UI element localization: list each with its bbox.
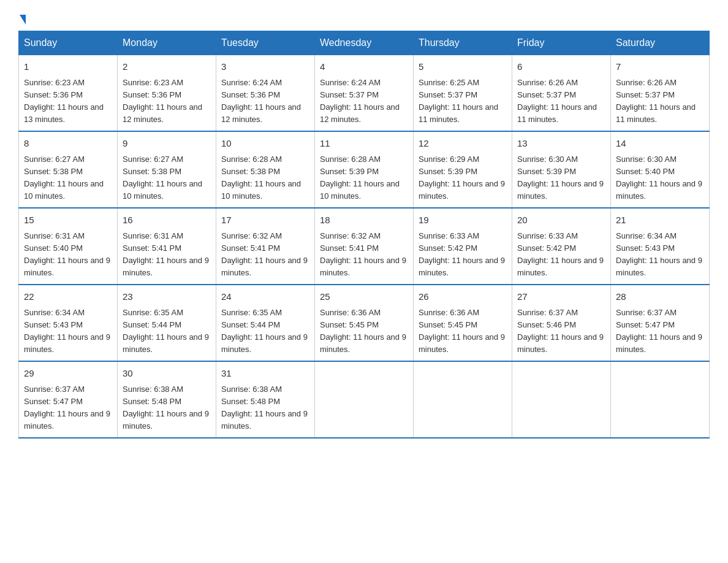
day-info: Sunrise: 6:35 AMSunset: 5:44 PMDaylight:… (123, 308, 209, 354)
calendar-cell: 4 Sunrise: 6:24 AMSunset: 5:37 PMDayligh… (315, 55, 414, 132)
calendar-cell: 29 Sunrise: 6:37 AMSunset: 5:47 PMDaylig… (19, 361, 118, 438)
calendar-cell: 3 Sunrise: 6:24 AMSunset: 5:36 PMDayligh… (216, 55, 315, 132)
day-number: 7 (616, 60, 704, 74)
day-number: 21 (616, 213, 704, 228)
calendar-cell: 31 Sunrise: 6:38 AMSunset: 5:48 PMDaylig… (216, 361, 315, 438)
calendar-cell: 6 Sunrise: 6:26 AMSunset: 5:37 PMDayligh… (512, 55, 611, 132)
day-number: 24 (221, 290, 309, 304)
day-info: Sunrise: 6:33 AMSunset: 5:42 PMDaylight:… (517, 231, 604, 277)
day-number: 18 (320, 213, 408, 228)
day-info: Sunrise: 6:27 AMSunset: 5:38 PMDaylight:… (123, 155, 202, 201)
day-number: 2 (123, 60, 211, 74)
calendar-cell: 30 Sunrise: 6:38 AMSunset: 5:48 PMDaylig… (118, 361, 216, 438)
calendar-cell: 15 Sunrise: 6:31 AMSunset: 5:40 PMDaylig… (19, 208, 118, 285)
day-number: 31 (221, 367, 309, 381)
calendar-week-row: 15 Sunrise: 6:31 AMSunset: 5:40 PMDaylig… (19, 208, 710, 285)
day-info: Sunrise: 6:37 AMSunset: 5:46 PMDaylight:… (517, 308, 604, 354)
calendar-cell: 28 Sunrise: 6:37 AMSunset: 5:47 PMDaylig… (611, 285, 710, 361)
calendar-cell: 26 Sunrise: 6:36 AMSunset: 5:45 PMDaylig… (414, 285, 512, 361)
column-header-monday: Monday (118, 31, 216, 55)
day-info: Sunrise: 6:37 AMSunset: 5:47 PMDaylight:… (24, 385, 110, 431)
day-info: Sunrise: 6:26 AMSunset: 5:37 PMDaylight:… (517, 78, 597, 124)
calendar-cell: 24 Sunrise: 6:35 AMSunset: 5:44 PMDaylig… (216, 285, 315, 361)
calendar-week-row: 1 Sunrise: 6:23 AMSunset: 5:36 PMDayligh… (19, 55, 710, 132)
day-number: 22 (24, 290, 112, 304)
day-info: Sunrise: 6:24 AMSunset: 5:36 PMDaylight:… (221, 78, 301, 124)
calendar-cell (611, 361, 710, 438)
logo-triangle-icon (20, 15, 26, 25)
day-info: Sunrise: 6:35 AMSunset: 5:44 PMDaylight:… (221, 308, 308, 354)
day-number: 23 (123, 290, 211, 304)
day-number: 17 (221, 213, 309, 228)
calendar-cell (512, 361, 611, 438)
day-info: Sunrise: 6:37 AMSunset: 5:47 PMDaylight:… (616, 308, 702, 354)
day-info: Sunrise: 6:38 AMSunset: 5:48 PMDaylight:… (221, 385, 308, 431)
calendar-cell: 1 Sunrise: 6:23 AMSunset: 5:36 PMDayligh… (19, 55, 118, 132)
day-number: 28 (616, 290, 704, 304)
column-header-thursday: Thursday (414, 31, 512, 55)
calendar-cell: 17 Sunrise: 6:32 AMSunset: 5:41 PMDaylig… (216, 208, 315, 285)
column-header-saturday: Saturday (611, 31, 710, 55)
calendar-cell (414, 361, 512, 438)
calendar-cell: 5 Sunrise: 6:25 AMSunset: 5:37 PMDayligh… (414, 55, 512, 132)
column-header-tuesday: Tuesday (216, 31, 315, 55)
day-number: 12 (419, 137, 507, 151)
day-info: Sunrise: 6:25 AMSunset: 5:37 PMDaylight:… (419, 78, 498, 124)
day-number: 13 (517, 137, 605, 151)
column-header-friday: Friday (512, 31, 611, 55)
day-number: 8 (24, 137, 112, 151)
day-number: 15 (24, 213, 112, 228)
calendar-cell: 27 Sunrise: 6:37 AMSunset: 5:46 PMDaylig… (512, 285, 611, 361)
day-info: Sunrise: 6:24 AMSunset: 5:37 PMDaylight:… (320, 78, 400, 124)
logo (18, 12, 26, 25)
calendar-cell: 18 Sunrise: 6:32 AMSunset: 5:41 PMDaylig… (315, 208, 414, 285)
calendar-table: SundayMondayTuesdayWednesdayThursdayFrid… (18, 31, 710, 439)
day-number: 20 (517, 213, 605, 228)
day-number: 4 (320, 60, 408, 74)
calendar-cell: 16 Sunrise: 6:31 AMSunset: 5:41 PMDaylig… (118, 208, 216, 285)
day-number: 30 (123, 367, 211, 381)
day-info: Sunrise: 6:38 AMSunset: 5:48 PMDaylight:… (123, 385, 209, 431)
day-info: Sunrise: 6:36 AMSunset: 5:45 PMDaylight:… (419, 308, 505, 354)
day-number: 3 (221, 60, 309, 74)
day-number: 27 (517, 290, 605, 304)
day-number: 16 (123, 213, 211, 228)
day-info: Sunrise: 6:34 AMSunset: 5:43 PMDaylight:… (24, 308, 110, 354)
calendar-week-row: 8 Sunrise: 6:27 AMSunset: 5:38 PMDayligh… (19, 131, 710, 208)
calendar-cell: 7 Sunrise: 6:26 AMSunset: 5:37 PMDayligh… (611, 55, 710, 132)
day-info: Sunrise: 6:28 AMSunset: 5:38 PMDaylight:… (221, 155, 301, 201)
calendar-cell: 19 Sunrise: 6:33 AMSunset: 5:42 PMDaylig… (414, 208, 512, 285)
day-number: 6 (517, 60, 605, 74)
calendar-cell: 20 Sunrise: 6:33 AMSunset: 5:42 PMDaylig… (512, 208, 611, 285)
day-info: Sunrise: 6:34 AMSunset: 5:43 PMDaylight:… (616, 231, 702, 277)
calendar-cell: 13 Sunrise: 6:30 AMSunset: 5:39 PMDaylig… (512, 131, 611, 208)
calendar-week-row: 22 Sunrise: 6:34 AMSunset: 5:43 PMDaylig… (19, 285, 710, 361)
day-info: Sunrise: 6:23 AMSunset: 5:36 PMDaylight:… (24, 78, 104, 124)
day-number: 5 (419, 60, 507, 74)
day-number: 19 (419, 213, 507, 228)
day-number: 11 (320, 137, 408, 151)
day-info: Sunrise: 6:31 AMSunset: 5:41 PMDaylight:… (123, 231, 209, 277)
day-info: Sunrise: 6:32 AMSunset: 5:41 PMDaylight:… (221, 231, 308, 277)
column-header-wednesday: Wednesday (315, 31, 414, 55)
page-header (18, 12, 710, 25)
day-info: Sunrise: 6:33 AMSunset: 5:42 PMDaylight:… (419, 231, 505, 277)
day-info: Sunrise: 6:23 AMSunset: 5:36 PMDaylight:… (123, 78, 202, 124)
calendar-cell: 14 Sunrise: 6:30 AMSunset: 5:40 PMDaylig… (611, 131, 710, 208)
calendar-cell (315, 361, 414, 438)
day-info: Sunrise: 6:36 AMSunset: 5:45 PMDaylight:… (320, 308, 406, 354)
calendar-cell: 10 Sunrise: 6:28 AMSunset: 5:38 PMDaylig… (216, 131, 315, 208)
day-number: 9 (123, 137, 211, 151)
day-number: 1 (24, 60, 112, 74)
day-number: 29 (24, 367, 112, 381)
day-number: 26 (419, 290, 507, 304)
day-info: Sunrise: 6:30 AMSunset: 5:39 PMDaylight:… (517, 155, 604, 201)
day-info: Sunrise: 6:32 AMSunset: 5:41 PMDaylight:… (320, 231, 406, 277)
column-header-sunday: Sunday (19, 31, 118, 55)
calendar-cell: 21 Sunrise: 6:34 AMSunset: 5:43 PMDaylig… (611, 208, 710, 285)
day-number: 25 (320, 290, 408, 304)
day-info: Sunrise: 6:29 AMSunset: 5:39 PMDaylight:… (419, 155, 505, 201)
day-info: Sunrise: 6:30 AMSunset: 5:40 PMDaylight:… (616, 155, 702, 201)
calendar-header-row: SundayMondayTuesdayWednesdayThursdayFrid… (19, 31, 710, 55)
day-number: 14 (616, 137, 704, 151)
